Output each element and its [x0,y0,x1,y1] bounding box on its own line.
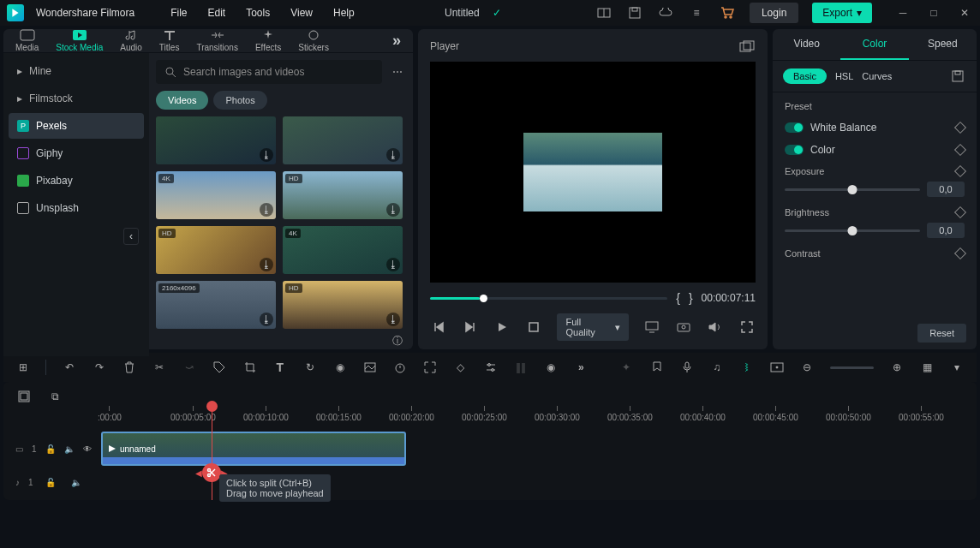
mic-icon[interactable] [679,359,694,376]
grid-icon[interactable]: ⊞ [15,359,30,376]
speed-ramp-icon[interactable]: ⤻ [182,359,197,376]
color-toggle[interactable] [785,145,804,155]
thumbnail[interactable]: 2160x4096⭳ [156,281,276,329]
expand-icon[interactable] [423,359,438,376]
reset-button[interactable]: Reset [917,324,966,342]
frame-icon[interactable] [770,359,785,376]
snapshot-compare-icon[interactable] [738,38,756,55]
eye-icon[interactable]: 👁 [83,440,93,457]
export-button[interactable]: Export▾ [812,3,872,23]
download-icon[interactable]: ⭳ [386,148,400,162]
keyframe-icon[interactable] [954,247,966,259]
rotate-icon[interactable]: ↻ [302,359,317,376]
zoom-slider[interactable] [830,366,874,369]
white-balance-toggle[interactable] [785,122,804,133]
link-icon[interactable]: ⧉ [46,388,63,405]
mask-icon[interactable] [363,359,378,376]
source-giphy[interactable]: Giphy [9,140,144,166]
insp-sub-basic[interactable]: Basic [783,68,827,84]
source-mine[interactable]: ▸Mine [9,58,144,84]
collapse-sidebar-button[interactable]: ‹ [123,228,139,245]
thumbnail[interactable]: 4K⭳ [283,226,403,274]
insp-tab-video[interactable]: Video [773,29,840,60]
volume-icon[interactable] [708,319,724,336]
audio-sync-icon[interactable]: ‖‖ [513,359,528,376]
minimize-button[interactable]: ─ [894,4,911,21]
text-icon[interactable]: T [272,359,287,376]
marker-wheel-icon[interactable]: ✦ [619,359,634,376]
tab-stock-media[interactable]: Stock Media [56,29,103,52]
mute-icon[interactable]: 🔈 [64,440,75,457]
mark-out-icon[interactable]: } [689,291,693,305]
timer-icon[interactable] [393,359,408,376]
keyframe-icon[interactable] [954,206,966,218]
source-filmstock[interactable]: ▸Filmstock [9,86,144,111]
more-options-icon[interactable]: ⋯ [389,63,406,80]
save-icon[interactable] [626,4,643,21]
crop-icon[interactable] [242,359,257,376]
tabs-expand-icon[interactable]: » [392,32,401,50]
prev-frame-button[interactable] [430,319,446,336]
delete-icon[interactable] [122,359,136,376]
chevron-down-icon[interactable]: ▾ [950,359,965,376]
download-icon[interactable]: ⭳ [260,258,273,271]
exposure-slider[interactable] [785,188,920,191]
cloud-icon[interactable] [657,4,674,21]
stop-button[interactable] [525,319,541,336]
more-tools-icon[interactable]: » [574,359,589,376]
menu-view[interactable]: View [290,7,313,19]
color-wheel-icon[interactable]: ◉ [332,359,347,376]
camera-icon[interactable] [676,319,692,336]
play-button[interactable] [493,319,510,336]
insp-tab-speed[interactable]: Speed [909,29,977,60]
download-icon[interactable]: ⭳ [260,148,273,162]
playhead[interactable] [212,408,212,500]
keyframe-icon[interactable] [954,144,966,156]
download-icon[interactable]: ⭳ [260,313,273,326]
mute-icon[interactable]: 🔈 [68,474,85,491]
info-icon[interactable]: ⓘ [389,332,406,349]
tab-transitions[interactable]: Transitions [196,29,238,52]
adjust-icon[interactable] [483,359,498,376]
download-icon[interactable]: ⭳ [386,313,400,326]
tag-icon[interactable] [212,359,227,376]
search-input[interactable]: Search images and videos [156,60,382,84]
thumbnail[interactable]: HD⭳ [156,226,276,274]
menu-help[interactable]: Help [333,7,355,19]
exposure-value[interactable]: 0,0 [927,182,965,197]
download-icon[interactable]: ⭳ [386,203,400,217]
tab-media[interactable]: Media [15,29,39,52]
close-button[interactable]: ✕ [956,4,973,21]
scissors-icon[interactable]: ✂ [152,359,166,376]
record-icon[interactable]: ◉ [544,359,559,376]
thumbnail[interactable]: ⭳ [283,116,403,164]
quality-select[interactable]: Full Quality▾ [557,313,628,341]
music-icon[interactable]: ♫ [709,359,724,376]
timeline-clip[interactable]: unnamed [101,432,406,466]
login-button[interactable]: Login [750,3,798,23]
zoom-in-icon[interactable]: ⊕ [889,359,904,376]
source-unsplash[interactable]: Unsplash [9,195,144,221]
player-viewport[interactable] [430,62,756,283]
keyframe-tool-icon[interactable]: ◇ [453,359,468,376]
tab-titles[interactable]: Titles [159,29,180,52]
brightness-slider[interactable] [785,229,920,232]
download-icon[interactable]: ⭳ [260,203,273,217]
insp-tab-color[interactable]: Color [840,29,908,60]
menu-edit[interactable]: Edit [208,7,226,19]
tab-stickers[interactable]: Stickers [298,29,329,52]
marker-icon[interactable] [649,359,664,376]
timeline-ruler[interactable]: :00:0000:00:05:0000:00:10:0000:00:15:000… [98,406,977,428]
download-icon[interactable]: ⭳ [386,258,400,271]
fullscreen-icon[interactable] [739,319,756,336]
thumbnail[interactable]: HD⭳ [283,281,403,329]
cart-icon[interactable] [719,4,736,21]
next-frame-button[interactable] [462,319,478,336]
maximize-button[interactable]: □ [925,4,942,21]
keyframe-icon[interactable] [954,165,966,177]
brightness-value[interactable]: 0,0 [927,223,965,238]
list-icon[interactable]: ≡ [688,4,705,21]
display-icon[interactable] [644,319,660,336]
insp-sub-curves[interactable]: Curves [862,71,892,81]
tab-audio[interactable]: Audio [120,29,142,52]
